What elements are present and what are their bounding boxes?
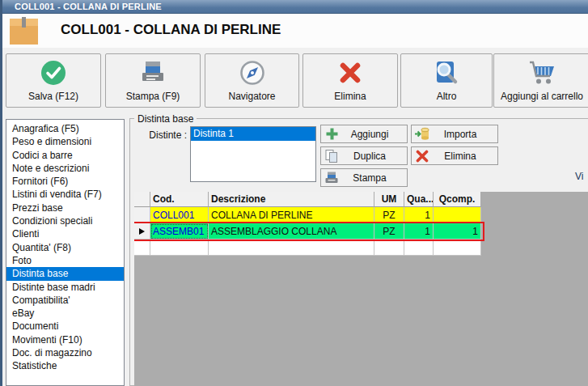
row-selector-cell[interactable]: [134, 240, 150, 256]
column-header-um[interactable]: UM: [374, 192, 404, 207]
magnifier-book-icon: [401, 54, 492, 91]
sidebar-item-clienti[interactable]: Clienti: [6, 227, 124, 240]
small-printer-icon: [321, 172, 342, 185]
sidebar-item-foto[interactable]: Foto: [6, 254, 124, 267]
sidebar-item-codici-a-barre[interactable]: Codici a barre: [6, 149, 124, 162]
aggiungi-distinta-button[interactable]: Aggiungi: [320, 125, 408, 143]
window-title: COLL001 - COLLANA DI PERLINE: [15, 2, 162, 11]
truncated-right-label: Vi: [575, 171, 583, 182]
row-selector-cell[interactable]: [134, 223, 150, 240]
sidebar-item-prezzi-base[interactable]: Prezzi base: [6, 201, 124, 214]
column-header-qcomp[interactable]: Qcomp.: [434, 192, 481, 207]
save-button[interactable]: Salva (F12): [6, 53, 101, 108]
column-header-descrizione[interactable]: Descrizione: [209, 192, 374, 207]
cell-um[interactable]: [374, 240, 404, 256]
row-selector-cell[interactable]: [134, 207, 150, 223]
add-to-cart-button[interactable]: Aggiungi al carrello: [493, 53, 588, 108]
distinta-list-item[interactable]: Distinta 1: [191, 127, 315, 141]
cell-descrizione[interactable]: COLLANA DI PERLINE: [209, 207, 374, 223]
app-window: COLL001 - COLLANA DI PERLINE COLL001 - C…: [0, 0, 588, 386]
red-x-icon: [303, 54, 397, 91]
cell-cod[interactable]: ASSEMB01: [150, 223, 209, 240]
print-button[interactable]: Stampa (F9): [105, 53, 201, 108]
navigator-button[interactable]: Navigatore: [205, 53, 299, 108]
sidebar-item-distinta-base[interactable]: Distinta base: [6, 267, 124, 280]
sidebar-item-doc-di-magazzino[interactable]: Doc. di magazzino: [6, 346, 124, 359]
components-grid: Cod. Descrizione UM Qua... Qcomp. COLL00…: [134, 192, 482, 256]
window-titlebar: COLL001 - COLLANA DI PERLINE: [2, 0, 588, 14]
cell-qcomp[interactable]: 1: [434, 223, 481, 240]
package-box-icon: [9, 17, 39, 49]
stampa-distinta-button[interactable]: Stampa: [320, 168, 408, 187]
cell-qua[interactable]: 1: [404, 207, 434, 223]
importa-distinta-button[interactable]: Importa: [411, 125, 498, 143]
sidebar-item-ebay[interactable]: eBay: [6, 307, 124, 320]
cell-um[interactable]: PZ: [374, 207, 404, 223]
cell-qcomp[interactable]: [434, 207, 481, 223]
small-red-x-icon: [412, 150, 433, 163]
sidebar-item-distinte-base-madri[interactable]: Distinte base madri: [6, 281, 124, 294]
sidebar-item-quantita[interactable]: Quantita' (F8): [6, 241, 124, 254]
section-list: Anagrafica (F5) Peso e dimensioni Codici…: [6, 119, 125, 386]
sidebar-item-statistiche[interactable]: Statistiche: [6, 359, 124, 372]
elimina-distinta-button-label: Elimina: [433, 151, 497, 162]
sidebar-item-condizioni-speciali[interactable]: Condizioni speciali: [6, 214, 124, 227]
compass-icon: [205, 54, 298, 91]
save-button-label: Salva (F12): [28, 91, 78, 107]
cell-um[interactable]: PZ: [374, 223, 404, 240]
table-row-empty[interactable]: [134, 240, 482, 256]
add-to-cart-button-label: Aggiungi al carrello: [501, 91, 583, 107]
plus-icon: [321, 127, 342, 141]
components-grid-area: Cod. Descrizione UM Qua... Qcomp. COLL00…: [134, 192, 588, 386]
other-button-label: Altro: [437, 91, 457, 107]
cell-descrizione[interactable]: ASSEMBLAGGIO COLLANA: [209, 223, 374, 240]
import-database-icon: [412, 127, 433, 142]
page-title: COLL001 - COLLANA DI PERLINE: [61, 22, 281, 38]
importa-button-label: Importa: [433, 129, 497, 140]
sidebar-item-compatibilita[interactable]: Compatibilita': [6, 294, 124, 307]
sidebar-item-movimenti[interactable]: Movimenti (F10): [6, 333, 124, 346]
elimina-distinta-button[interactable]: Elimina: [411, 146, 498, 165]
groupbox-title: Distinta base: [134, 113, 197, 125]
other-button[interactable]: Altro: [400, 53, 493, 108]
row-selector-header-cell: [134, 192, 150, 207]
table-row-parent[interactable]: COLL001 COLLANA DI PERLINE PZ 1: [134, 207, 482, 223]
sidebar-item-documenti[interactable]: Documenti: [6, 320, 124, 333]
stampa-button-label: Stampa: [342, 172, 407, 184]
cell-qua[interactable]: [404, 240, 434, 256]
current-row-arrow-icon: [139, 228, 145, 235]
check-circle-icon: [6, 54, 100, 91]
table-row-component-current[interactable]: ASSEMB01 ASSEMBLAGGIO COLLANA PZ 1 1: [134, 223, 482, 240]
column-header-qua[interactable]: Qua...: [404, 192, 434, 207]
distinte-listbox: Distinta 1: [190, 126, 316, 182]
grid-header-row: Cod. Descrizione UM Qua... Qcomp.: [134, 192, 482, 207]
column-header-cod[interactable]: Cod.: [150, 192, 209, 207]
distinte-label: Distinte :: [130, 129, 187, 141]
cell-cod[interactable]: [150, 240, 209, 256]
printer-icon: [106, 54, 200, 91]
print-button-label: Stampa (F9): [126, 91, 180, 107]
cell-cod[interactable]: COLL001: [150, 207, 209, 223]
cell-descrizione[interactable]: [209, 240, 374, 256]
duplica-distinta-button[interactable]: Duplica: [320, 146, 408, 165]
record-header: COLL001 - COLLANA DI PERLINE: [2, 14, 588, 48]
copy-pages-icon: [321, 149, 342, 163]
cell-qcomp[interactable]: [434, 240, 481, 256]
shopping-cart-icon: [494, 54, 588, 91]
delete-button[interactable]: Elimina: [302, 53, 398, 108]
sidebar-item-peso-e-dimensioni[interactable]: Peso e dimensioni: [6, 135, 124, 148]
delete-button-label: Elimina: [334, 91, 366, 107]
sidebar-item-note-e-descrizioni[interactable]: Note e descrizioni: [6, 162, 124, 175]
cell-qua[interactable]: 1: [404, 223, 434, 240]
sidebar-item-fornitori[interactable]: Fornitori (F6): [6, 175, 124, 188]
sidebar-item-anagrafica[interactable]: Anagrafica (F5): [6, 122, 124, 135]
aggiungi-button-label: Aggiungi: [342, 129, 407, 140]
duplica-button-label: Duplica: [342, 151, 407, 162]
navigator-button-label: Navigatore: [228, 91, 275, 107]
sidebar-item-listini-di-vendita[interactable]: Listini di vendita (F7): [6, 188, 124, 201]
